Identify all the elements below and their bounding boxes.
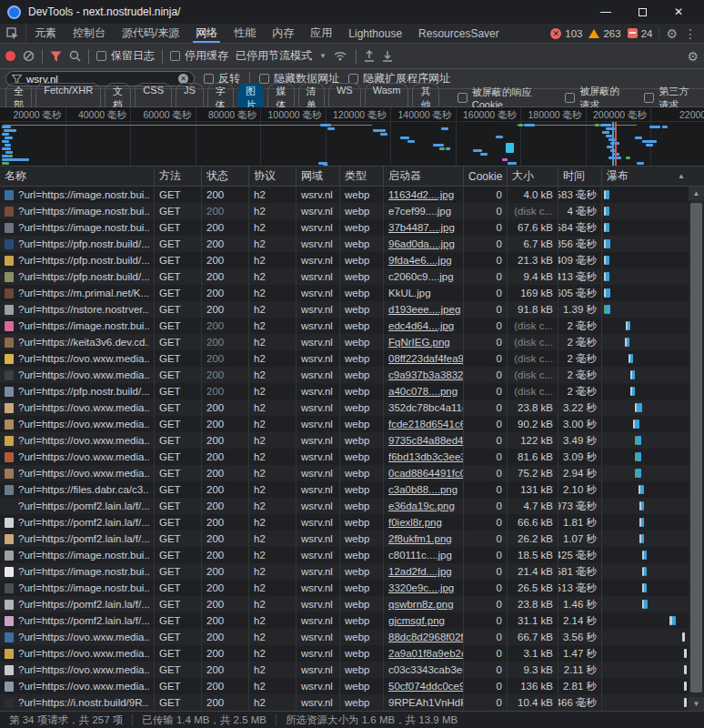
scroll-down-icon[interactable]: ▼ <box>689 697 704 711</box>
initiator-link[interactable]: qswbrn8z.png <box>388 599 454 610</box>
table-row[interactable]: ?url=https://pfp.nostr.build/...GET200h2… <box>0 236 704 252</box>
issues-count-badge[interactable]: 24 <box>628 28 653 39</box>
disable-cache-checkbox[interactable]: 停用缓存 <box>170 48 228 64</box>
column-header-类型[interactable]: 类型 <box>340 167 384 186</box>
table-row[interactable]: ?url=https://ovo.wxw.media...GET200h2wsr… <box>0 432 704 449</box>
minimize-button[interactable]: — <box>588 0 624 24</box>
tab-网络[interactable]: 网络 <box>187 24 226 43</box>
initiator-link[interactable]: 50cf074ddc0ce9 <box>388 681 464 692</box>
initiator-link[interactable]: 08ff223daf4fea9 <box>388 353 464 364</box>
column-header-Cookie[interactable]: Cookie <box>464 167 508 186</box>
column-header-名称[interactable]: 名称 <box>0 167 155 186</box>
column-header-状态[interactable]: 状态 <box>202 167 249 186</box>
initiator-link[interactable]: FqNrIEG.png <box>388 337 450 348</box>
table-row[interactable]: ?url=https://pfp.nostr.build/...GET200h2… <box>0 268 704 285</box>
table-row[interactable]: ?url=https://keita3v6.dev.cd...GET200h2w… <box>0 334 704 350</box>
initiator-link[interactable]: 2a9a01f8a9eb2c <box>388 648 464 659</box>
tab-内存[interactable]: 内存 <box>264 24 302 43</box>
clear-icon[interactable] <box>23 50 35 62</box>
table-row[interactable]: ?url=https://pomf2.lain.la/f/...GET200h2… <box>0 596 704 612</box>
maximize-button[interactable] <box>624 0 660 24</box>
initiator-link[interactable]: c9a937b3a3832c <box>388 369 464 380</box>
initiator-link[interactable]: f0iexl8r.png <box>388 517 442 528</box>
tab-应用[interactable]: 应用 <box>302 24 340 43</box>
tab-Lighthouse[interactable]: Lighthouse <box>340 24 410 43</box>
table-row[interactable]: ?url=https://image.nostr.bui...GET200h2w… <box>0 563 704 580</box>
preserve-log-checkbox[interactable]: 保留日志 <box>96 48 155 64</box>
initiator-link[interactable]: c3a0b88....png <box>388 484 458 495</box>
vertical-scrollbar[interactable]: ▲ ▼ <box>689 187 704 711</box>
throttling-dropdown[interactable]: 已停用节流模式▼ <box>236 48 327 64</box>
table-row[interactable]: ?url=https://image.nostr.bui...GET200h2w… <box>0 580 704 596</box>
initiator-link[interactable]: 2f8ukfm1.png <box>388 533 452 544</box>
inspect-element-button[interactable] <box>0 24 26 43</box>
tab-控制台[interactable]: 控制台 <box>65 24 114 43</box>
table-row[interactable]: ?url=https://image.nostr.bui...GET200h2w… <box>0 219 704 236</box>
initiator-link[interactable]: 12ad2fd....jpg <box>388 566 452 577</box>
warning-count-badge[interactable]: 263 <box>588 28 620 39</box>
close-button[interactable]: ✕ <box>660 0 697 24</box>
table-row[interactable]: ?url=https://pfp.nostr.build/...GET200h2… <box>0 252 704 268</box>
initiator-link[interactable]: 37b4487....jpg <box>388 222 455 233</box>
export-har-icon[interactable] <box>382 50 393 62</box>
scrollbar-thumb[interactable] <box>690 203 702 693</box>
initiator-link[interactable]: fcde218d6541c6 <box>388 419 464 430</box>
initiator-link[interactable]: 88dc8d2968f02f <box>388 632 464 642</box>
table-row[interactable]: ?url=https://ovo.wxw.media...GET200h2wsr… <box>0 367 704 383</box>
column-header-启动器[interactable]: 启动器 <box>384 167 464 186</box>
column-header-网域[interactable]: 网域 <box>297 167 340 186</box>
error-count-badge[interactable]: ✕ 103 <box>550 28 582 39</box>
table-row[interactable]: ?url=https://image.nostr.bui...GET200h2w… <box>0 547 704 563</box>
initiator-link[interactable]: 96ad0da....jpg <box>388 238 455 249</box>
initiator-link[interactable]: 11634d2....jpg <box>388 189 454 200</box>
initiator-link[interactable]: a40c078....png <box>388 386 458 397</box>
initiator-link[interactable]: d193eee....jpeg <box>388 304 460 315</box>
table-row[interactable]: ?url=https://ovo.wxw.media...GET200h2wsr… <box>0 662 704 678</box>
network-conditions-icon[interactable] <box>334 50 348 62</box>
column-header-协议[interactable]: 协议 <box>249 167 297 186</box>
table-row[interactable]: ?url=https://m.primal.net/K...GET200h2ws… <box>0 285 704 301</box>
filter-funnel-icon[interactable] <box>50 51 62 62</box>
initiator-link[interactable]: edc4d64....jpg <box>388 320 454 331</box>
table-row[interactable]: ?url=https://i.nostr.build/9R...GET200h2… <box>0 694 704 711</box>
tab-性能[interactable]: 性能 <box>226 24 264 43</box>
initiator-link[interactable]: 0cad8864491fc0 <box>388 468 464 479</box>
table-row[interactable]: ?url=https://pomf2.lain.la/f/...GET200h2… <box>0 531 704 547</box>
network-overview[interactable]: 20000 毫秒40000 毫秒60000 毫秒80000 毫秒100000 毫… <box>0 107 704 167</box>
table-row[interactable]: ?url=https://ovo.wxw.media...GET200h2wsr… <box>0 350 704 367</box>
initiator-link[interactable]: gjcmsgf.png <box>388 615 445 626</box>
initiator-link[interactable]: 9fda4e6....jpg <box>388 255 452 266</box>
import-har-icon[interactable] <box>364 50 375 62</box>
network-settings-gear-icon[interactable]: ⚙ <box>687 49 699 64</box>
table-row[interactable]: ?url=https://nstore.nostrver...GET200h2w… <box>0 301 704 318</box>
table-row[interactable]: ?url=https://files.dabr.ca/c3...GET200h2… <box>0 481 704 498</box>
table-row[interactable]: ?url=https://image.nostr.bui...GET200h2w… <box>0 318 704 334</box>
kebab-menu-icon[interactable]: ⋮ <box>684 26 697 41</box>
initiator-link[interactable]: e36da19c.png <box>388 500 455 511</box>
table-row[interactable]: ?url=https://ovo.wxw.media...GET200h2wsr… <box>0 416 704 432</box>
scroll-up-icon[interactable]: ▲ <box>689 187 704 200</box>
table-row[interactable]: ?url=https://pomf2.lain.la/f/...GET200h2… <box>0 498 704 514</box>
table-row[interactable]: ?url=https://image.nostr.bui...GET200h2w… <box>0 203 704 219</box>
table-row[interactable]: ?url=https://ovo.wxw.media...GET200h2wsr… <box>0 465 704 481</box>
initiator-link[interactable]: 9735c84a88ed48 <box>388 435 464 446</box>
search-icon[interactable] <box>69 50 81 62</box>
initiator-link[interactable]: 3320e9c....jpg <box>388 582 454 593</box>
column-header-方法[interactable]: 方法 <box>155 167 202 186</box>
tab-元素[interactable]: 元素 <box>26 24 65 43</box>
table-row[interactable]: ?url=https://image.nostr.bui...GET200h2w… <box>0 187 704 203</box>
column-header-时间[interactable]: 时间 <box>558 167 602 186</box>
column-header-瀑布[interactable]: 瀑布▲ <box>602 167 689 186</box>
table-row[interactable]: ?url=https://pomf2.lain.la/f/...GET200h2… <box>0 612 704 629</box>
table-row[interactable]: ?url=https://pfp.nostr.build/...GET200h2… <box>0 383 704 399</box>
table-row[interactable]: ?url=https://pomf2.lain.la/f/...GET200h2… <box>0 514 704 531</box>
table-row[interactable]: ?url=https://ovo.wxw.media...GET200h2wsr… <box>0 449 704 465</box>
table-row[interactable]: ?url=https://ovo.wxw.media...GET200h2wsr… <box>0 629 704 645</box>
table-row[interactable]: ?url=https://ovo.wxw.media...GET200h2wsr… <box>0 645 704 662</box>
table-row[interactable]: ?url=https://ovo.wxw.media...GET200h2wsr… <box>0 399 704 416</box>
table-row[interactable]: ?url=https://ovo.wxw.media...GET200h2wsr… <box>0 678 704 694</box>
tab-ResourcesSaver[interactable]: ResourcesSaver <box>410 24 508 43</box>
column-header-大小[interactable]: 大小 <box>508 167 558 186</box>
record-icon[interactable] <box>5 51 15 61</box>
sort-ascending-icon[interactable]: ▲ <box>678 172 685 180</box>
